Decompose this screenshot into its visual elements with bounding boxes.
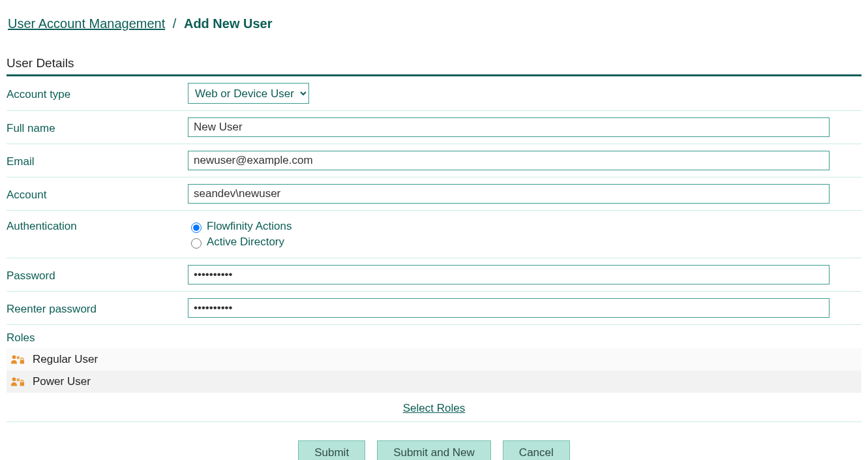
account-input[interactable]	[188, 184, 830, 204]
email-input[interactable]	[188, 151, 830, 170]
users-lock-icon	[10, 354, 25, 365]
svg-point-1	[17, 356, 20, 360]
breadcrumb-separator: /	[173, 16, 177, 31]
svg-point-0	[12, 355, 16, 359]
button-bar: Submit Submit and New Cancel	[7, 422, 861, 460]
label-email: Email	[7, 153, 188, 168]
breadcrumb: User Account Management / Add New User	[7, 0, 861, 37]
svg-point-4	[17, 378, 20, 382]
label-account: Account	[7, 186, 188, 202]
section-title-user-details: User Details	[7, 56, 861, 76]
label-roles: Roles	[7, 325, 861, 348]
reenter-password-input[interactable]	[188, 298, 830, 318]
auth-radio-flowfinity-label: Flowfinity Actions	[207, 220, 292, 233]
role-row-regular-user[interactable]: Regular User	[7, 348, 861, 371]
row-password: Password	[7, 258, 861, 292]
role-name: Regular User	[33, 353, 98, 366]
label-password: Password	[7, 267, 188, 283]
breadcrumb-current: Add New User	[184, 16, 273, 31]
role-name: Power User	[33, 375, 91, 388]
svg-rect-5	[20, 382, 24, 386]
role-row-power-user[interactable]: Power User	[7, 371, 861, 393]
row-full-name: Full name	[7, 111, 861, 144]
submit-and-new-button[interactable]: Submit and New	[377, 440, 491, 460]
svg-rect-2	[20, 360, 24, 364]
account-type-select[interactable]: Web or Device User	[188, 83, 309, 104]
submit-button[interactable]: Submit	[298, 440, 365, 460]
row-authentication: Authentication Flowfinity Actions Active…	[7, 211, 861, 258]
auth-radio-flowfinity[interactable]: Flowfinity Actions	[188, 220, 861, 233]
full-name-input[interactable]	[188, 117, 830, 137]
row-account: Account	[7, 177, 861, 211]
row-email: Email	[7, 144, 861, 177]
breadcrumb-root-link[interactable]: User Account Management	[8, 16, 165, 31]
auth-radio-flowfinity-input[interactable]	[191, 222, 202, 233]
row-reenter-password: Reenter password	[7, 292, 861, 325]
auth-radio-active-directory[interactable]: Active Directory	[188, 236, 861, 249]
svg-point-3	[12, 377, 16, 381]
row-account-type: Account type Web or Device User	[7, 76, 861, 111]
select-roles-link[interactable]: Select Roles	[403, 402, 465, 414]
label-account-type: Account type	[7, 85, 188, 101]
users-lock-icon	[10, 376, 25, 388]
label-reenter-password: Reenter password	[7, 300, 188, 316]
select-roles-container: Select Roles	[7, 393, 861, 422]
label-authentication: Authentication	[7, 217, 188, 233]
auth-radio-active-directory-input[interactable]	[191, 238, 202, 249]
label-full-name: Full name	[7, 119, 188, 135]
password-input[interactable]	[188, 265, 830, 284]
cancel-button[interactable]: Cancel	[503, 440, 570, 460]
auth-radio-active-directory-label: Active Directory	[207, 236, 284, 249]
